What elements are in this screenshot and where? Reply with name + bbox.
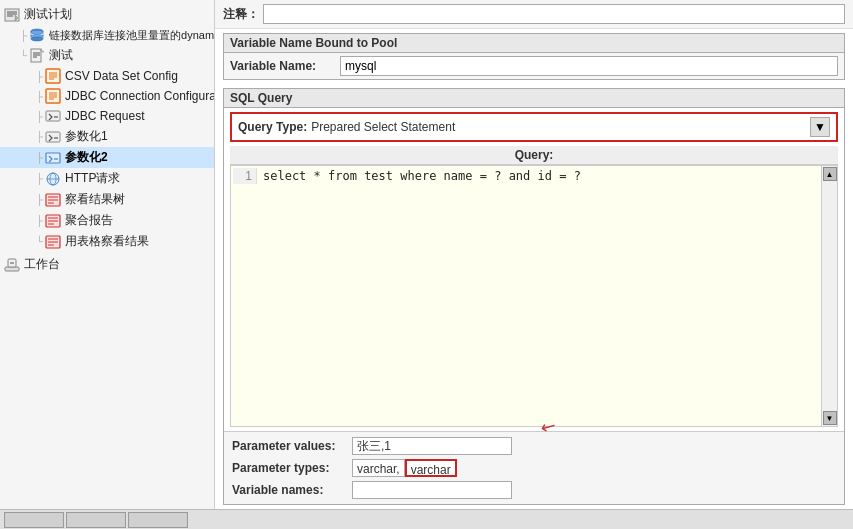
sidebar-label-workbench: 工作台 xyxy=(24,256,60,273)
sidebar-label-param1: 参数化1 xyxy=(65,128,108,145)
sql-section-title: SQL Query xyxy=(224,89,844,108)
param-values-input[interactable] xyxy=(352,437,512,455)
tree-connector-view: ├ xyxy=(36,194,43,205)
sidebar-label-plan: 测试计划 xyxy=(24,6,72,23)
param-values-label: Parameter values: xyxy=(232,439,352,453)
sidebar: 测试计划 ├ 链接数据库连接池里量置的dynamic └ xyxy=(0,0,215,509)
jdbc-request-icon xyxy=(45,108,61,124)
query-editor-wrapper: 1 select * from test where name = ? and … xyxy=(230,165,838,427)
sidebar-label-agg: 聚合报告 xyxy=(65,212,113,229)
http-icon xyxy=(45,171,61,187)
sidebar-item-param1[interactable]: ├ 参数化1 xyxy=(0,126,214,147)
scroll-down-btn[interactable]: ▼ xyxy=(823,411,837,425)
test-icon xyxy=(29,48,45,64)
variable-name-input[interactable] xyxy=(340,56,838,76)
sidebar-item-csv[interactable]: ├ CSV Data Set Config xyxy=(0,66,214,86)
sidebar-item-db[interactable]: ├ 链接数据库连接池里量置的dynamic xyxy=(0,25,214,45)
param1-icon xyxy=(45,129,61,145)
scroll-up-btn[interactable]: ▲ xyxy=(823,167,837,181)
query-type-value: Prepared Select Statement xyxy=(311,120,810,134)
scroll-down-icon: ▼ xyxy=(826,414,834,423)
svg-rect-45 xyxy=(5,267,19,271)
query-type-label: Query Type: xyxy=(238,120,307,134)
tree-connector-param2: ├ xyxy=(36,152,43,163)
status-btn-3[interactable] xyxy=(128,512,188,528)
param-names-input[interactable] xyxy=(352,481,512,499)
svg-rect-14 xyxy=(46,69,60,83)
content-panel: 注释： Variable Name Bound to Pool Variable… xyxy=(215,0,853,509)
sidebar-item-table[interactable]: └ 用表格察看结果 xyxy=(0,231,214,252)
param-types-varchar2: varchar xyxy=(405,459,457,477)
comment-input[interactable] xyxy=(263,4,845,24)
sidebar-item-jdbc-request[interactable]: ├ JDBC Request xyxy=(0,106,214,126)
tree-connector-test: └ xyxy=(20,50,27,61)
variable-pool-section: Variable Name Bound to Pool Variable Nam… xyxy=(223,33,845,80)
sidebar-label-jdbc-config: JDBC Connection Configurat xyxy=(65,89,214,103)
sidebar-label-db: 链接数据库连接池里量置的dynamic xyxy=(49,28,214,43)
status-btn-1[interactable] xyxy=(4,512,64,528)
csv-icon xyxy=(45,68,61,84)
svg-rect-19 xyxy=(46,89,60,103)
sql-query-section: SQL Query Query Type: Prepared Select St… xyxy=(223,88,845,505)
query-line-content-1: select * from test where name = ? and id… xyxy=(263,168,581,184)
tree-connector-csv: ├ xyxy=(36,71,43,82)
db-icon xyxy=(29,27,45,43)
jdbc-config-icon xyxy=(45,88,61,104)
svg-rect-26 xyxy=(46,132,60,142)
status-btn-2[interactable] xyxy=(66,512,126,528)
variable-name-row: Variable Name: xyxy=(224,53,844,79)
svg-rect-28 xyxy=(46,153,60,163)
param2-icon xyxy=(45,150,61,166)
sidebar-item-view[interactable]: ├ 察看结果树 xyxy=(0,189,214,210)
sidebar-label-param2: 参数化2 xyxy=(65,149,108,166)
sidebar-label-table: 用表格察看结果 xyxy=(65,233,149,250)
param-types-label: Parameter types: xyxy=(232,461,352,475)
sidebar-label-http: HTTP请求 xyxy=(65,170,120,187)
sidebar-item-agg[interactable]: ├ 聚合报告 xyxy=(0,210,214,231)
sidebar-label-jdbc-request: JDBC Request xyxy=(65,109,144,123)
sidebar-label-test: 测试 xyxy=(49,47,73,64)
sidebar-label-view: 察看结果树 xyxy=(65,191,125,208)
workbench-icon xyxy=(4,257,20,273)
tree-connector-jdbc-config: ├ xyxy=(36,91,43,102)
query-type-box: Query Type: Prepared Select Statement ▼ xyxy=(230,112,838,142)
table-icon xyxy=(45,234,61,250)
params-area: ↙ Parameter values: Parameter types: var… xyxy=(224,431,844,504)
tree-connector-param1: ├ xyxy=(36,131,43,142)
sidebar-item-test[interactable]: └ 测试 xyxy=(0,45,214,66)
param-types-row: Parameter types: varchar,varchar xyxy=(232,458,836,478)
tree-connector-jdbc-request: ├ xyxy=(36,111,43,122)
sidebar-item-param2[interactable]: ├ 参数化2 xyxy=(0,147,214,168)
query-editor-container: Query: 1 select * from test where name =… xyxy=(230,146,838,427)
vertical-scrollbar[interactable]: ▲ ▼ xyxy=(821,166,837,426)
param-names-label: Variable names: xyxy=(232,483,352,497)
dropdown-arrow-icon: ▼ xyxy=(814,120,826,134)
tree-connector-db: ├ xyxy=(20,30,27,41)
plan-icon xyxy=(4,7,20,23)
variable-pool-title: Variable Name Bound to Pool xyxy=(224,34,844,53)
param-values-row: Parameter values: xyxy=(232,436,836,456)
svg-rect-24 xyxy=(46,111,60,121)
query-type-container: Query Type: Prepared Select Statement ▼ xyxy=(224,108,844,146)
tree-connector-http: ├ xyxy=(36,173,43,184)
sidebar-item-plan[interactable]: 测试计划 xyxy=(0,4,214,25)
line-number-1: 1 xyxy=(233,168,257,184)
scroll-up-icon: ▲ xyxy=(826,170,834,179)
variable-name-label: Variable Name: xyxy=(230,59,340,73)
sidebar-item-http[interactable]: ├ HTTP请求 xyxy=(0,168,214,189)
svg-marker-10 xyxy=(41,49,44,52)
sidebar-label-csv: CSV Data Set Config xyxy=(65,69,178,83)
query-line-1: 1 select * from test where name = ? and … xyxy=(233,168,819,184)
query-header: Query: xyxy=(230,146,838,165)
svg-point-8 xyxy=(31,37,43,41)
comment-label: 注释： xyxy=(223,6,259,23)
sidebar-item-workbench[interactable]: 工作台 xyxy=(0,254,214,275)
query-type-dropdown[interactable]: ▼ xyxy=(810,117,830,137)
tree-connector-table: └ xyxy=(36,236,43,247)
sidebar-item-jdbc-config[interactable]: ├ JDBC Connection Configurat xyxy=(0,86,214,106)
query-editor[interactable]: 1 select * from test where name = ? and … xyxy=(231,166,821,426)
param-names-row: Variable names: xyxy=(232,480,836,500)
param-types-varchar1: varchar, xyxy=(352,459,405,477)
tree-connector-agg: ├ xyxy=(36,215,43,226)
param-types-container: varchar,varchar xyxy=(352,459,457,477)
